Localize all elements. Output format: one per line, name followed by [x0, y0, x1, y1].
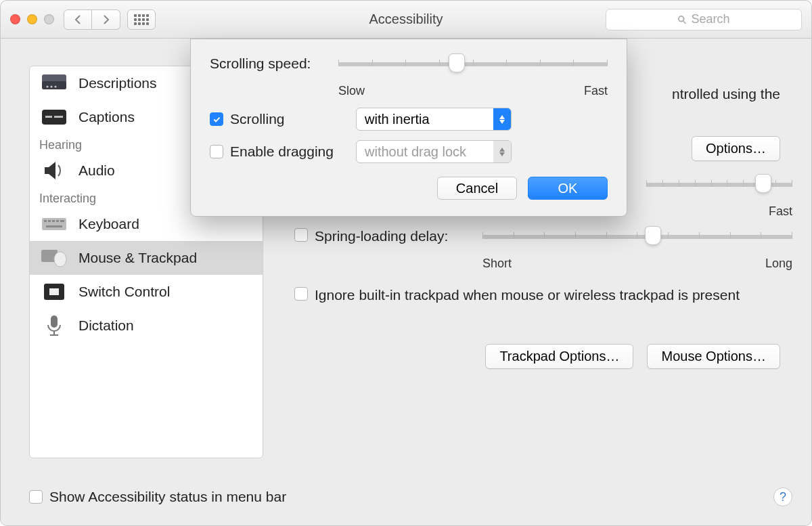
back-button[interactable]	[64, 9, 92, 30]
sidebar-item-label: Keyboard	[78, 216, 139, 232]
sidebar-item-switch-control[interactable]: Switch Control	[30, 275, 263, 309]
scrolling-label: Scrolling	[230, 111, 356, 127]
sidebar-item-label: Descriptions	[78, 75, 157, 91]
forward-button[interactable]	[92, 9, 120, 30]
audio-icon	[39, 159, 69, 182]
slider-short-label: Short	[482, 257, 512, 271]
titlebar: Accessibility Search	[1, 1, 811, 39]
svg-point-3	[51, 86, 53, 88]
show-status-checkbox[interactable]	[29, 490, 43, 504]
scrolling-checkbox[interactable]	[210, 112, 223, 126]
sidebar-item-label: Dictation	[78, 317, 134, 334]
ok-button[interactable]: OK	[528, 177, 608, 200]
slider-fast-label: Fast	[769, 204, 792, 219]
slider-long-label: Long	[765, 257, 792, 271]
mouse-options-button[interactable]: Mouse Options…	[647, 344, 780, 369]
slider-fast-label: Fast	[584, 84, 608, 98]
accessibility-window: Accessibility Search Descriptions Captio…	[0, 0, 812, 526]
sidebar-item-mouse-trackpad[interactable]: Mouse & Trackpad	[30, 241, 263, 275]
ignore-trackpad-label: Ignore built-in trackpad when mouse or w…	[315, 287, 740, 303]
svg-rect-13	[60, 220, 64, 222]
svg-rect-6	[45, 116, 52, 118]
svg-rect-19	[51, 315, 58, 328]
mouse-trackpad-icon	[39, 246, 69, 269]
sidebar-item-label: Mouse & Trackpad	[78, 250, 197, 266]
nav-segment	[64, 9, 120, 30]
svg-rect-12	[56, 220, 59, 222]
sidebar-item-label: Switch Control	[78, 284, 170, 300]
svg-point-2	[47, 86, 49, 88]
dragging-mode-select[interactable]: without drag lock	[356, 140, 512, 163]
show-all-button[interactable]	[127, 9, 156, 30]
svg-rect-18	[49, 288, 59, 295]
descriptions-icon	[39, 72, 69, 95]
close-window-button[interactable]	[10, 14, 20, 24]
spring-loading-label: Spring-loading delay:	[315, 228, 482, 244]
grid-icon	[134, 14, 149, 25]
sidebar-item-label: Audio	[78, 162, 115, 179]
minimize-window-button[interactable]	[27, 14, 37, 24]
zoom-window-button[interactable]	[44, 14, 54, 24]
double-click-speed-slider[interactable]	[646, 176, 792, 203]
scrolling-speed-slider[interactable]	[338, 56, 608, 83]
intro-text-fragment: ntrolled using the	[672, 86, 780, 102]
svg-rect-11	[52, 220, 55, 222]
select-value: with inertia	[357, 112, 493, 127]
enable-dragging-label: Enable dragging	[230, 144, 356, 160]
scrolling-speed-label: Scrolling speed:	[210, 56, 338, 72]
dictation-icon	[39, 314, 69, 337]
search-icon	[677, 15, 687, 24]
search-input[interactable]: Search	[606, 9, 802, 30]
svg-rect-8	[42, 218, 66, 230]
captions-icon	[39, 106, 69, 129]
search-placeholder: Search	[691, 12, 729, 26]
svg-rect-7	[54, 116, 63, 118]
svg-rect-1	[42, 81, 66, 89]
show-status-label: Show Accessibility status in menu bar	[49, 489, 286, 505]
cancel-button[interactable]: Cancel	[437, 177, 517, 200]
svg-rect-10	[48, 220, 51, 222]
keyboard-icon	[39, 213, 69, 236]
scrolling-mode-select[interactable]: with inertia	[356, 108, 512, 131]
switch-control-icon	[39, 280, 69, 303]
sidebar-item-dictation[interactable]: Dictation	[30, 309, 263, 343]
options-button[interactable]: Options…	[692, 136, 780, 161]
select-value: without drag lock	[357, 144, 493, 160]
chevron-updown-icon	[493, 108, 511, 130]
svg-rect-14	[46, 225, 62, 227]
chevron-updown-icon	[493, 141, 511, 162]
enable-dragging-checkbox[interactable]	[210, 145, 223, 158]
trackpad-options-button[interactable]: Trackpad Options…	[485, 344, 633, 369]
svg-point-16	[54, 252, 66, 267]
spring-loading-checkbox[interactable]	[294, 228, 308, 242]
svg-point-4	[55, 86, 57, 88]
spring-loading-slider[interactable]	[482, 228, 792, 255]
sidebar-item-label: Captions	[78, 109, 135, 125]
trackpad-options-sheet: Scrolling speed: Slow Fast Scrolling wit…	[190, 39, 627, 217]
slider-slow-label: Slow	[338, 84, 365, 98]
help-button[interactable]: ?	[773, 487, 792, 506]
traffic-lights	[10, 14, 54, 24]
footer-row: Show Accessibility status in menu bar ?	[29, 487, 792, 506]
ignore-trackpad-checkbox[interactable]	[294, 287, 308, 301]
svg-rect-9	[44, 220, 47, 222]
